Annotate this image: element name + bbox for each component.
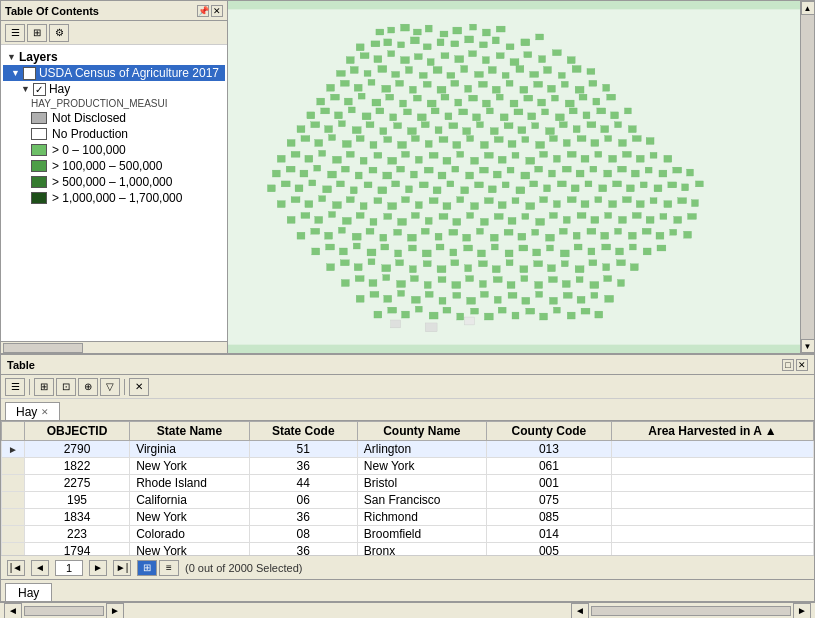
statusbar-right-scroll[interactable]: ◄ ► bbox=[571, 603, 811, 619]
row-selector[interactable] bbox=[2, 509, 25, 526]
table-view-table-button[interactable]: ⊞ bbox=[137, 560, 157, 576]
row-selector[interactable] bbox=[2, 475, 25, 492]
row-selector[interactable]: ► bbox=[2, 441, 25, 458]
map-scroll-track[interactable] bbox=[801, 15, 814, 339]
table-view-list-button[interactable]: ≡ bbox=[159, 560, 179, 576]
map-area[interactable]: ▲ ▼ bbox=[228, 0, 815, 354]
main-layer-checkbox[interactable]: ✓ bbox=[23, 67, 36, 80]
table-row[interactable]: 1834 New York 36 Richmond 085 bbox=[2, 509, 814, 526]
statusbar-scroll-right-button[interactable]: ► bbox=[106, 603, 124, 619]
svg-rect-440 bbox=[467, 297, 476, 304]
table-row[interactable]: 1822 New York 36 New York 061 bbox=[2, 458, 814, 475]
svg-rect-328 bbox=[632, 213, 641, 219]
table-menu-button[interactable]: ☰ bbox=[5, 378, 25, 396]
toc-main-layer[interactable]: ▼ ✓ USDA Census of Agriculture 2017 bbox=[3, 65, 225, 81]
svg-rect-304 bbox=[301, 213, 310, 219]
svg-rect-236 bbox=[645, 167, 652, 173]
svg-rect-294 bbox=[581, 201, 589, 208]
svg-rect-436 bbox=[411, 296, 420, 303]
svg-rect-425 bbox=[535, 282, 543, 289]
svg-rect-216 bbox=[369, 167, 377, 173]
svg-rect-199 bbox=[540, 151, 548, 157]
toc-scrollbar[interactable] bbox=[1, 341, 227, 353]
row-selector[interactable] bbox=[2, 526, 25, 543]
table-tab-hay[interactable]: Hay ✕ bbox=[5, 402, 60, 420]
map-scroll-down-button[interactable]: ▼ bbox=[801, 339, 815, 353]
svg-rect-88 bbox=[400, 100, 407, 107]
row-selector[interactable] bbox=[2, 492, 25, 509]
table-row[interactable]: ► 2790 Virginia 51 Arlington 013 bbox=[2, 441, 814, 458]
svg-rect-191 bbox=[429, 152, 438, 158]
svg-rect-470 bbox=[465, 317, 475, 325]
svg-rect-65 bbox=[382, 85, 391, 92]
table-close-button[interactable]: ✕ bbox=[796, 359, 808, 371]
toc-layers-button[interactable]: ⊞ bbox=[27, 24, 47, 42]
pagination-page-input[interactable] bbox=[55, 560, 83, 576]
toc-scroll-track[interactable] bbox=[3, 343, 83, 353]
toc-options-button[interactable]: ⚙ bbox=[49, 24, 69, 42]
toc-close-button[interactable]: ✕ bbox=[211, 5, 223, 17]
pagination-next-button[interactable]: ► bbox=[89, 560, 107, 576]
svg-rect-62 bbox=[340, 80, 349, 86]
svg-rect-147 bbox=[559, 122, 567, 128]
toc-sublayer-hay[interactable]: ▼ ✓ Hay bbox=[3, 81, 225, 97]
svg-rect-7 bbox=[453, 27, 462, 34]
col-county-name-header[interactable]: County Name bbox=[357, 422, 486, 441]
svg-rect-86 bbox=[372, 99, 381, 106]
statusbar-scroll-left2-button[interactable]: ◄ bbox=[571, 603, 589, 619]
svg-rect-22 bbox=[506, 44, 514, 50]
table-tab-hay-close[interactable]: ✕ bbox=[41, 407, 49, 417]
statusbar-scroll-right2-button[interactable]: ► bbox=[793, 603, 811, 619]
table-row[interactable]: 1794 New York 36 Bronx 005 bbox=[2, 543, 814, 556]
table-row[interactable]: 223 Colorado 08 Broomfield 014 bbox=[2, 526, 814, 543]
toc-pin-button[interactable]: 📌 bbox=[197, 5, 209, 17]
statusbar-left-scroll[interactable]: ◄ ► bbox=[4, 603, 124, 619]
layers-expand-arrow[interactable]: ▼ bbox=[7, 52, 16, 62]
col-county-code-header[interactable]: County Code bbox=[486, 422, 611, 441]
col-objectid-header[interactable]: OBJECTID bbox=[24, 422, 129, 441]
table-pin-button[interactable]: □ bbox=[782, 359, 794, 371]
table-options-button[interactable]: ⊞ bbox=[34, 378, 54, 396]
svg-rect-172 bbox=[550, 136, 558, 142]
pagination-first-button[interactable]: |◄ bbox=[7, 560, 25, 576]
row-selector[interactable] bbox=[2, 543, 25, 556]
table-delete-button[interactable]: ✕ bbox=[129, 378, 149, 396]
svg-rect-94 bbox=[482, 100, 490, 107]
svg-rect-73 bbox=[492, 86, 500, 93]
table-bottom-tab-hay[interactable]: Hay bbox=[5, 583, 52, 601]
col-state-name-header[interactable]: State Name bbox=[130, 422, 250, 441]
svg-rect-282 bbox=[415, 202, 422, 209]
main-layer-expand[interactable]: ▼ bbox=[11, 68, 20, 78]
svg-rect-365 bbox=[353, 243, 360, 249]
map-scrollbar-right[interactable]: ▲ ▼ bbox=[800, 1, 814, 353]
col-area-header[interactable]: Area Harvested in A ▲ bbox=[612, 422, 814, 441]
svg-rect-416 bbox=[410, 276, 418, 282]
table-row[interactable]: 2275 Rhode Island 44 Bristol 001 bbox=[2, 475, 814, 492]
statusbar-scroll-left-button[interactable]: ◄ bbox=[4, 603, 22, 619]
map-scroll-up-button[interactable]: ▲ bbox=[801, 1, 815, 15]
table-titlebar-buttons: □ ✕ bbox=[782, 359, 808, 371]
svg-rect-125 bbox=[597, 108, 606, 114]
svg-rect-296 bbox=[609, 201, 617, 208]
svg-rect-81 bbox=[603, 84, 610, 91]
table-filter-button[interactable]: ▽ bbox=[100, 378, 120, 396]
hay-checkbox[interactable]: ✓ bbox=[33, 83, 46, 96]
svg-rect-318 bbox=[494, 213, 503, 219]
table-zoom-button[interactable]: ⊕ bbox=[78, 378, 98, 396]
statusbar-scroll-track-right[interactable] bbox=[591, 606, 791, 616]
table-select-button[interactable]: ⊡ bbox=[56, 378, 76, 396]
row-selector[interactable] bbox=[2, 458, 25, 475]
table-row[interactable]: 195 California 06 San Francisco 075 bbox=[2, 492, 814, 509]
toc-list-view-button[interactable]: ☰ bbox=[5, 24, 25, 42]
table-grid[interactable]: OBJECTID State Name State Code County Na… bbox=[1, 421, 814, 555]
pagination-last-button[interactable]: ►| bbox=[113, 560, 131, 576]
svg-rect-276 bbox=[333, 202, 342, 209]
svg-rect-400 bbox=[492, 266, 500, 273]
svg-rect-429 bbox=[590, 282, 599, 289]
statusbar-scroll-track-left[interactable] bbox=[24, 606, 104, 616]
svg-rect-4 bbox=[413, 29, 421, 35]
svg-rect-106 bbox=[335, 112, 343, 119]
col-state-code-header[interactable]: State Code bbox=[249, 422, 357, 441]
pagination-prev-button[interactable]: ◄ bbox=[31, 560, 49, 576]
hay-expand[interactable]: ▼ bbox=[21, 84, 30, 94]
